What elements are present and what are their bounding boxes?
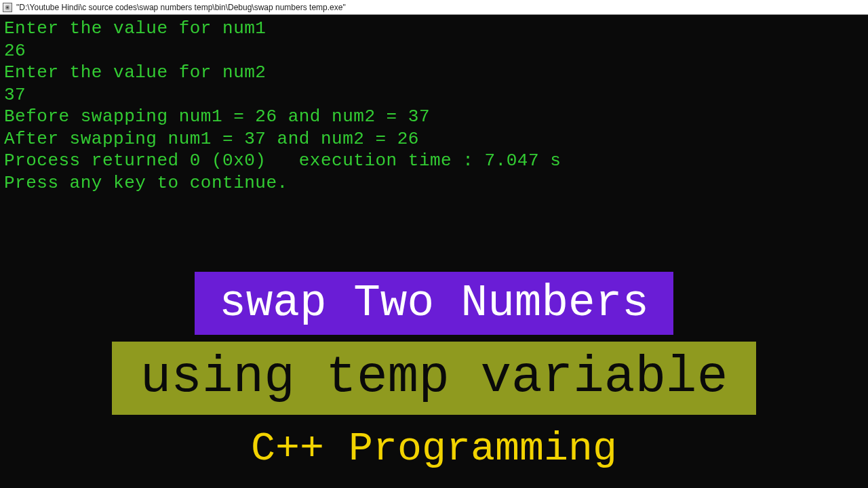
caption-overlay: swap Two Numbers using temp variable C++… (0, 272, 868, 488)
console-line: Enter the value for num1 (4, 18, 864, 40)
caption-line-1: swap Two Numbers (195, 272, 673, 335)
console-line: Press any key to continue. (4, 172, 864, 195)
console-line: 26 (4, 40, 864, 62)
console-line: Process returned 0 (0x0) execution time … (4, 150, 864, 172)
console-output: Enter the value for num1 26 Enter the va… (0, 15, 868, 197)
console-line: After swapping num1 = 37 and num2 = 26 (4, 128, 864, 150)
window-title: "D:\Youtube Hindi\c source codes\swap nu… (16, 3, 346, 12)
window-title-bar[interactable]: ▣ "D:\Youtube Hindi\c source codes\swap … (0, 0, 868, 15)
caption-line-3: C++ Programming (226, 422, 642, 481)
caption-line-2: using temp variable (112, 342, 757, 415)
console-line: Enter the value for num2 (4, 62, 864, 84)
console-line: Before swapping num1 = 26 and num2 = 37 (4, 106, 864, 128)
app-icon: ▣ (3, 3, 12, 12)
console-line: 37 (4, 84, 864, 106)
